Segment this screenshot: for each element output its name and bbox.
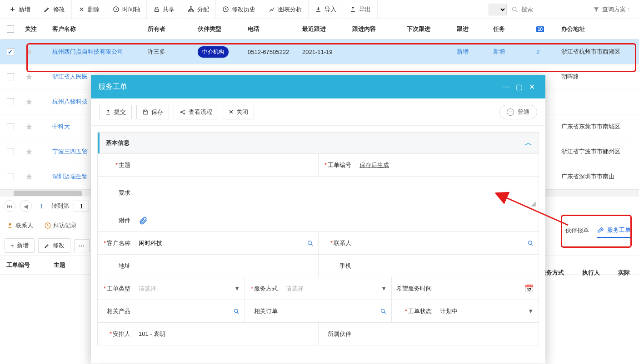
view-flow-button[interactable]: 查看流程 <box>174 105 218 119</box>
col-follow[interactable]: 跟进 <box>452 19 489 39</box>
first-page-button[interactable]: ⏮ <box>4 200 15 212</box>
sub-col-subject[interactable]: 主题 <box>47 261 72 269</box>
close-icon[interactable]: ✕ <box>525 80 538 93</box>
priority-tag[interactable]: 普通 <box>499 105 537 119</box>
col-last[interactable]: 最近跟进 <box>298 19 348 39</box>
input-address[interactable] <box>139 262 314 269</box>
add-button[interactable]: 新增 <box>3 0 37 19</box>
star-icon[interactable]: ★ <box>25 96 33 107</box>
input-subject[interactable] <box>139 162 314 168</box>
input-contact[interactable] <box>359 240 527 246</box>
search-icon[interactable] <box>233 308 240 315</box>
customer-name-link[interactable]: 浙江省人民医 <box>52 73 88 81</box>
svg-point-13 <box>528 241 532 244</box>
input-hope-time[interactable]: 📅 <box>435 277 538 300</box>
detail-add-button[interactable]: +新增 <box>5 238 35 253</box>
col-star[interactable]: 关注 <box>20 19 48 39</box>
input-rel-order[interactable] <box>286 308 380 315</box>
input-customer[interactable] <box>139 240 307 246</box>
edit-button[interactable]: 修改 <box>37 0 72 19</box>
customer-name-link[interactable]: 杭州八骏科技 <box>52 98 88 106</box>
select-status[interactable]: 计划中▼ <box>435 300 538 322</box>
detail-edit-button[interactable]: 修改 <box>38 238 70 253</box>
save-button[interactable]: 保存 <box>136 105 169 119</box>
col-name[interactable]: 客户名称 <box>48 19 143 39</box>
col-addr[interactable]: 办公地址 <box>557 19 634 39</box>
col-task[interactable]: 任务 <box>489 19 532 39</box>
prev-page-button[interactable]: ◀ <box>20 200 32 212</box>
search-icon[interactable] <box>527 240 534 247</box>
tab-visits[interactable]: 拜访记录 <box>44 221 77 230</box>
svg-point-9 <box>180 111 181 112</box>
col-owner[interactable]: 所有者 <box>143 19 193 39</box>
delete-button[interactable]: 删除 <box>72 0 106 19</box>
row-checkbox[interactable] <box>7 73 14 80</box>
col-badge[interactable]: 10 <box>532 19 557 39</box>
person-icon <box>6 222 14 229</box>
select-service-method[interactable]: 请选择▼ <box>281 277 391 300</box>
share-button[interactable]: 共享 <box>147 0 181 19</box>
star-icon[interactable]: ★ <box>25 71 33 82</box>
star-icon[interactable]: ★ <box>25 121 33 132</box>
input-mobile[interactable] <box>359 262 534 269</box>
task-link[interactable]: 新增 <box>493 48 505 56</box>
row-checkbox[interactable] <box>7 98 14 105</box>
maximize-icon[interactable]: ▢ <box>513 80 525 93</box>
badge-count[interactable]: 2 <box>536 49 539 55</box>
chart-button[interactable]: 图表分析 <box>262 0 309 19</box>
row-checkbox[interactable] <box>7 48 14 55</box>
customer-name-link[interactable]: 宁波三四五贸 <box>52 148 88 156</box>
star-icon[interactable]: ★ <box>25 146 33 157</box>
history-button[interactable]: 修改历史 <box>216 0 262 19</box>
col-phone[interactable]: 电话 <box>243 19 298 39</box>
row-checkbox[interactable] <box>7 173 14 180</box>
star-icon[interactable]: ★ <box>25 46 33 57</box>
search-input[interactable] <box>521 6 576 13</box>
search-icon[interactable] <box>307 240 314 247</box>
lock-open-icon <box>153 6 160 13</box>
tab-partner-quote[interactable]: 伙伴报单 <box>565 226 589 238</box>
customer-name-link[interactable]: 杭州西门点自科技有限公司 <box>52 48 123 56</box>
submit-button[interactable]: 提交 <box>99 105 132 119</box>
label-request: 要求 <box>98 177 134 209</box>
customer-name-link[interactable]: 深圳迈瑞生物 <box>52 172 88 181</box>
sub-col-executor[interactable]: 执行人 <box>582 269 600 277</box>
assign-button[interactable]: 分配 <box>181 0 216 19</box>
import-button[interactable]: 导入 <box>309 0 343 19</box>
input-rel-product[interactable] <box>139 308 233 315</box>
select-order-type[interactable]: 请选择▼ <box>134 277 245 300</box>
paperclip-icon[interactable] <box>139 216 148 225</box>
detail-more-button[interactable]: ⋯ <box>74 239 90 252</box>
star-icon[interactable]: ★ <box>25 171 33 182</box>
view-select[interactable] <box>489 4 507 15</box>
row-checkbox[interactable] <box>7 123 14 130</box>
col-ptype[interactable]: 伙伴类型 <box>193 19 243 39</box>
row-checkbox[interactable] <box>7 148 14 155</box>
close-button[interactable]: ✕关闭 <box>223 105 254 119</box>
dialog-titlebar[interactable]: 服务工单 — ▢ ✕ <box>91 75 545 98</box>
col-content[interactable]: 跟进内容 <box>348 19 402 39</box>
resize-handle-icon[interactable]: ◢ <box>531 200 536 207</box>
customer-name-link[interactable]: 中科大 <box>52 123 70 131</box>
export-button[interactable]: 导出 <box>343 0 378 19</box>
sub-col-actual[interactable]: 实际 <box>618 269 630 277</box>
table-row[interactable]: ★杭州西门点自科技有限公司许三多中介机构0512-675052222021-11… <box>0 39 639 64</box>
tab-contacts[interactable]: 联系人 <box>6 221 33 230</box>
input-partner[interactable] <box>359 330 534 337</box>
goto-input[interactable] <box>74 201 89 212</box>
plus-icon: + <box>10 242 14 249</box>
tab-service-order[interactable]: 服务工单 <box>597 226 631 238</box>
input-request[interactable] <box>139 180 534 206</box>
col-next[interactable]: 下次跟进 <box>402 19 452 39</box>
select-all-checkbox[interactable] <box>7 25 14 33</box>
cell-next <box>402 39 452 64</box>
sub-col-orderno[interactable]: 工单编号 <box>0 261 36 269</box>
timeline-button[interactable]: 时间轴 <box>106 0 147 19</box>
collapse-icon[interactable]: ︿ <box>525 138 532 148</box>
filter-button[interactable]: 查询方案： <box>589 5 636 14</box>
minimize-icon[interactable]: — <box>500 80 513 93</box>
search-icon[interactable] <box>380 308 387 315</box>
follow-link[interactable]: 新增 <box>457 48 469 56</box>
hammer-icon <box>597 226 604 234</box>
label-mobile: 手机 <box>319 255 355 277</box>
